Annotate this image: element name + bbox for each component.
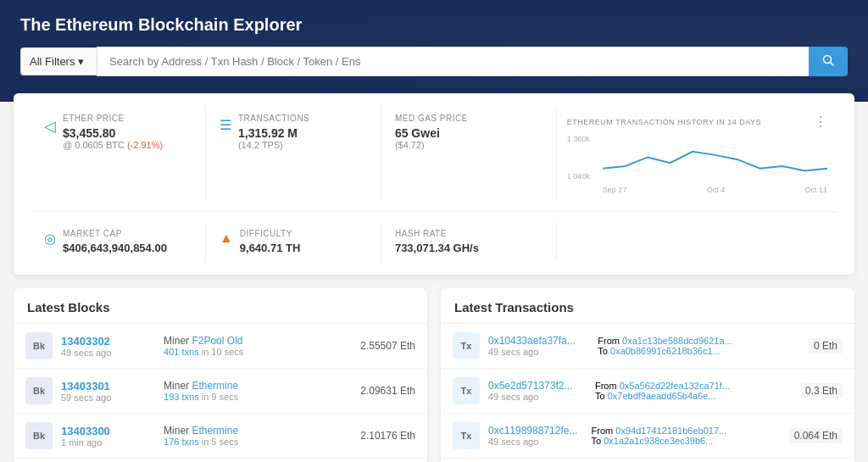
table-row: Bk 13403302 49 secs ago Miner F2Pool Old… <box>14 324 427 369</box>
block-info: 13403302 49 secs ago <box>61 335 155 358</box>
tx-hash[interactable]: 0xc1198988712fe... <box>488 425 583 437</box>
latest-transactions-panel: Latest Transactions Tx 0x10433aefa37fa..… <box>441 288 854 462</box>
miner-link[interactable]: Ethermine <box>192 425 238 437</box>
block-number[interactable]: 13403301 <box>61 380 155 392</box>
latest-blocks-panel: Latest Blocks Bk 13403302 49 secs ago Mi… <box>14 288 427 462</box>
market-cap-stat: ◎ MARKET CAP $406,643,940,854.00 <box>31 222 206 261</box>
chart-container: 1 360k 1 040k Sep 27 Oct 4 Oct 11 <box>567 135 827 194</box>
tx-addresses: From 0x5a562d22fea132ca71f... To 0x7ebdf… <box>595 381 792 401</box>
block-reward: 2.10176 Eth <box>360 430 415 442</box>
block-info: 13403300 1 min ago <box>61 425 155 448</box>
table-row: Tx 0xc1198988712fe... 49 secs ago From 0… <box>441 414 854 459</box>
market-cap-label: MARKET CAP <box>63 229 167 238</box>
header: The Ethereum Blockchain Explorer All Fil… <box>0 0 868 102</box>
ether-price-stat: ◁ ETHER PRICE $3,455.80 @ 0.0605 BTC (-2… <box>31 107 206 201</box>
block-icon: Bk <box>25 377 53 404</box>
tx-addresses: From 0x94d17412181b6eb017... To 0x1a2a1c… <box>592 426 781 446</box>
chart-title: ETHEREUM TRANSACTION HISTORY IN 14 DAYS … <box>567 114 827 130</box>
tx-to: To 0x7ebdf9aeadd65b4a6e... <box>595 391 792 401</box>
difficulty-value: 9,640.71 TH <box>240 242 301 254</box>
med-gas-usd: ($4.72) <box>395 140 542 150</box>
tx-time: 49 secs ago <box>488 437 583 447</box>
tx-icon: Tx <box>453 377 480 404</box>
block-time: 1 min ago <box>61 437 155 448</box>
block-txns[interactable]: 193 txns in 9 secs <box>164 392 352 402</box>
latest-transactions-header: Latest Transactions <box>441 288 854 324</box>
market-cap-icon: ◎ <box>44 231 56 247</box>
tx-value: 0 Eth <box>809 338 843 353</box>
chart-menu-icon[interactable]: ⋮ <box>814 114 828 130</box>
miner-link[interactable]: F2Pool Old <box>192 335 242 347</box>
tx-icon: Tx <box>453 332 480 359</box>
block-miner-label: Miner Ethermine <box>164 380 352 392</box>
block-icon: Bk <box>25 422 53 449</box>
block-miner-label: Miner Ethermine <box>164 425 352 437</box>
transactions-label: TRANSACTIONS <box>238 114 309 123</box>
search-button[interactable] <box>809 47 848 76</box>
tx-info: 0x5e2d571373f2... 49 secs ago <box>488 380 587 402</box>
tx-addresses: From 0xa1c13be588dcd9621a... To 0xa0b869… <box>598 336 800 356</box>
tx-icon: Tx <box>453 422 480 449</box>
tx-time: 49 secs ago <box>488 392 587 402</box>
tx-to: To 0x1a2a1c938ce3ec39b6... <box>592 436 781 446</box>
block-number[interactable]: 13403302 <box>61 335 155 348</box>
ether-icon: ◁ <box>44 117 56 136</box>
miner-link[interactable]: Ethermine <box>192 380 238 392</box>
filter-dropdown[interactable]: All Filters ▾ <box>20 47 97 75</box>
transactions-value: 1,315.92 M <box>238 126 309 140</box>
search-input[interactable] <box>97 47 809 76</box>
transactions-tps: (14.2 TPS) <box>238 140 309 150</box>
block-miner-info: Miner Ethermine 176 txns in 5 secs <box>164 425 352 447</box>
ether-price-value: $3,455.80 <box>63 126 163 140</box>
tx-to: To 0xa0b86991c6218b36c1... <box>598 346 800 356</box>
tx-hash[interactable]: 0x10433aefa37fa... <box>488 335 589 347</box>
tx-from: From 0x5a562d22fea132ca71f... <box>595 381 792 391</box>
ether-price-btc: @ 0.0605 BTC (-2.91%) <box>63 140 163 150</box>
latest-blocks-header: Latest Blocks <box>14 288 427 324</box>
tx-from: From 0x94d17412181b6eb017... <box>592 426 781 436</box>
tx-info: 0xc1198988712fe... 49 secs ago <box>488 425 583 447</box>
difficulty-label: DIFFICULTY <box>240 229 301 238</box>
hash-rate-value: 733,071.34 GH/s <box>395 242 542 254</box>
med-gas-label: MED GAS PRICE <box>395 114 542 123</box>
table-row: Bk 13403299 1 min ago Miner 0x5dcb783437… <box>14 459 427 462</box>
table-row: Tx 0x10433aefa37fa... 49 secs ago From 0… <box>441 324 854 369</box>
block-miner-info: Miner F2Pool Old 401 txns in 10 secs <box>164 335 352 357</box>
chevron-down-icon: ▾ <box>78 55 84 68</box>
difficulty-stat: ▲ DIFFICULTY 9,640.71 TH <box>206 222 381 261</box>
block-miner-info: Miner Ethermine 193 txns in 9 secs <box>164 380 352 402</box>
tx-from: From 0xa1c13be588dcd9621a... <box>598 336 800 346</box>
block-reward: 2.55507 Eth <box>360 340 415 352</box>
difficulty-icon: ▲ <box>220 231 233 246</box>
block-txns[interactable]: 176 txns in 5 secs <box>164 437 352 447</box>
tx-value: 0.064 Eth <box>789 428 843 443</box>
market-cap-value: $406,643,940,854.00 <box>63 242 167 254</box>
chart-y-labels: 1 360k 1 040k <box>567 135 601 181</box>
tx-info: 0x10433aefa37fa... 49 secs ago <box>488 335 589 357</box>
transactions-stat: ☰ TRANSACTIONS 1,315.92 M (14.2 TPS) <box>206 107 381 201</box>
block-txns[interactable]: 401 txns in 10 secs <box>164 347 352 357</box>
table-row: Tx 0x5e2d571373f2... 49 secs ago From 0x… <box>441 369 854 414</box>
block-number[interactable]: 13403300 <box>61 425 155 437</box>
main-content: Latest Blocks Bk 13403302 49 secs ago Mi… <box>0 288 868 462</box>
search-icon <box>822 54 834 66</box>
block-reward: 2.09631 Eth <box>360 385 415 397</box>
search-bar: All Filters ▾ <box>20 47 848 76</box>
transactions-icon: ☰ <box>220 117 231 133</box>
block-time: 49 secs ago <box>61 348 155 358</box>
filter-label: All Filters <box>30 55 75 68</box>
tx-value: 0.3 Eth <box>800 383 843 398</box>
chart-spacer <box>557 222 837 261</box>
chart-x-labels: Sep 27 Oct 4 Oct 11 <box>603 186 827 194</box>
ether-price-label: ETHER PRICE <box>63 114 163 123</box>
block-icon: Bk <box>25 332 53 359</box>
table-row: Bk 13403301 59 secs ago Miner Ethermine … <box>14 369 427 414</box>
hash-rate-stat: HASH RATE 733,071.34 GH/s <box>381 222 557 261</box>
chart-area: ETHEREUM TRANSACTION HISTORY IN 14 DAYS … <box>557 107 837 201</box>
stats-panel: ◁ ETHER PRICE $3,455.80 @ 0.0605 BTC (-2… <box>14 93 854 275</box>
block-miner-label: Miner F2Pool Old <box>164 335 352 347</box>
table-row: Tx 0xb2ddab705c19... 49 secs ago From 0x… <box>441 459 854 462</box>
hash-rate-label: HASH RATE <box>395 229 542 238</box>
block-time: 59 secs ago <box>61 392 155 403</box>
tx-hash[interactable]: 0x5e2d571373f2... <box>488 380 587 392</box>
